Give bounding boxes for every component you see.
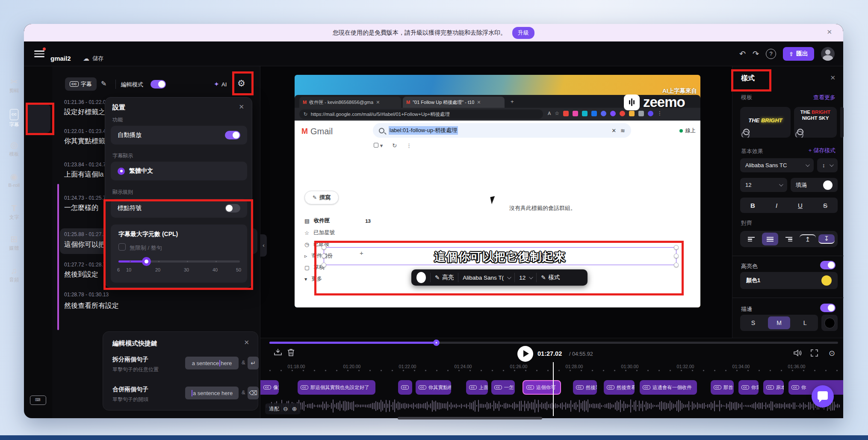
align-center-button[interactable] bbox=[762, 233, 778, 245]
undo-icon[interactable] bbox=[739, 49, 746, 59]
video-subtitle-text[interactable]: 這個你可以把它復制起來 bbox=[324, 249, 676, 265]
fullscreen-icon[interactable] bbox=[811, 349, 818, 358]
template-card-nightsky[interactable]: THE BRIGHT NIGHT SKY bbox=[794, 107, 837, 138]
italic-button[interactable]: I bbox=[776, 202, 777, 209]
shortcuts-close-icon[interactable] bbox=[244, 339, 249, 346]
fit-button[interactable]: 適配 bbox=[269, 405, 279, 413]
sidebar-item-broll[interactable]: B-roll bbox=[1, 172, 27, 188]
menu-icon[interactable] bbox=[34, 50, 44, 57]
font-size-dropdown[interactable]: 12 bbox=[519, 275, 532, 281]
line-height-dropdown[interactable] bbox=[817, 158, 838, 172]
sidebar-item-subtitle[interactable]: CC 字幕 bbox=[1, 108, 27, 128]
subtitle-row-text[interactable]: 一怎麼樣的 bbox=[64, 204, 98, 213]
timeline-block[interactable]: CC像這邊 bbox=[260, 380, 279, 395]
highlight-color-toggle[interactable] bbox=[820, 261, 836, 269]
settings-gear-icon[interactable] bbox=[237, 78, 245, 89]
split-clip-icon[interactable] bbox=[274, 348, 282, 358]
language-radio[interactable] bbox=[118, 168, 125, 175]
subtitle-row-text[interactable]: 設定好標籤之 bbox=[64, 108, 105, 117]
save-style-link[interactable]: 儲存樣式 bbox=[809, 147, 836, 154]
video-preview[interactable]: M 收件匣 - kevin86568656@gma M "01 Follow U… bbox=[295, 75, 700, 307]
stroke-s-button[interactable]: S bbox=[742, 316, 764, 329]
align-right-button[interactable] bbox=[781, 233, 797, 245]
timeline-block[interactable]: CC你需 bbox=[738, 380, 759, 395]
shortcut-name: 合併兩個句子 bbox=[112, 386, 148, 393]
font-size-dropdown[interactable]: 12 bbox=[740, 178, 787, 192]
zoom-in-icon[interactable] bbox=[292, 405, 297, 412]
zoom-out-icon[interactable] bbox=[283, 405, 288, 412]
style-panel-close-icon[interactable] bbox=[830, 74, 836, 82]
color1-swatch[interactable] bbox=[821, 275, 832, 286]
delete-icon[interactable] bbox=[287, 348, 295, 358]
redo-icon[interactable] bbox=[753, 49, 759, 59]
timeline-block[interactable]: CC你其實點標 bbox=[416, 380, 451, 395]
subtitle-row-text[interactable]: 這個你可以把 bbox=[64, 240, 105, 249]
volume-icon[interactable] bbox=[794, 349, 802, 358]
timeline-block[interactable]: CC上面 bbox=[466, 380, 488, 395]
cpl-slider-handle[interactable] bbox=[142, 257, 151, 266]
sidebar-item-template[interactable]: 模板 bbox=[1, 140, 27, 157]
see-more-link[interactable]: 查看更多 bbox=[813, 94, 836, 101]
subtitle-row-text[interactable]: 然後到設定 bbox=[64, 270, 98, 279]
save-button[interactable]: 儲存 bbox=[83, 55, 103, 62]
timeline-scrollbar[interactable] bbox=[398, 417, 542, 419]
timeline-block[interactable]: CC然後到 bbox=[573, 380, 597, 395]
timeline-block[interactable]: CC原本 bbox=[763, 380, 784, 395]
font-dropdown[interactable]: Alibaba Sans T( bbox=[463, 275, 510, 281]
underline-button[interactable]: U bbox=[798, 202, 803, 209]
timeline-block-selected[interactable]: CC這個你可 bbox=[523, 380, 561, 395]
tab-subtitle[interactable]: CC 字幕 bbox=[65, 77, 97, 91]
settings-close-icon[interactable] bbox=[239, 103, 244, 111]
sidebar-item-media[interactable]: 媒體 bbox=[1, 234, 27, 251]
timeline-block[interactable]: CC bbox=[398, 380, 412, 395]
color1-row[interactable]: 顏色1 bbox=[740, 272, 838, 289]
stroke-l-button[interactable]: L bbox=[794, 316, 816, 329]
upgrade-button[interactable]: 升級 bbox=[512, 27, 534, 39]
export-button[interactable]: 匯出 bbox=[783, 47, 814, 61]
banner-close-icon[interactable] bbox=[827, 28, 832, 36]
bold-button[interactable]: B bbox=[750, 202, 755, 209]
strikethrough-button[interactable]: S bbox=[823, 202, 827, 209]
seek-bar-handle[interactable] bbox=[433, 340, 440, 346]
unlimited-checkbox[interactable] bbox=[118, 243, 126, 251]
align-bottom-button[interactable] bbox=[818, 234, 835, 244]
stroke-toggle[interactable] bbox=[820, 304, 836, 312]
stroke-m-button[interactable]: M bbox=[768, 316, 790, 329]
chat-bubble-button[interactable] bbox=[812, 385, 834, 408]
template-card-bright[interactable]: THE BRIGHT bbox=[740, 107, 791, 138]
sidebar-item-text[interactable]: 文字 bbox=[1, 204, 27, 221]
help-icon[interactable]: ? bbox=[766, 49, 776, 59]
stroke-color-swatch[interactable] bbox=[821, 315, 838, 331]
align-top-button[interactable] bbox=[800, 234, 816, 244]
highlight-button[interactable]: 高亮 bbox=[435, 274, 454, 281]
avatar[interactable] bbox=[821, 47, 835, 61]
sidebar-item-clip[interactable]: 剪輯 bbox=[1, 77, 27, 94]
project-title: gmail2 bbox=[50, 55, 71, 62]
fill-control[interactable]: 填滿 bbox=[791, 178, 838, 192]
sidebar-item-audio[interactable]: 音頻 bbox=[1, 266, 27, 283]
timeline-settings-icon[interactable] bbox=[829, 348, 835, 358]
font-family-dropdown[interactable]: Alibaba Sans TC bbox=[740, 158, 814, 172]
style-button[interactable]: 樣式 bbox=[541, 274, 560, 281]
punctuation-toggle[interactable] bbox=[225, 204, 240, 213]
edit-subtitle-icon[interactable] bbox=[101, 80, 106, 88]
autoplay-toggle[interactable] bbox=[225, 131, 240, 139]
timeline-block[interactable]: CC那這個其實我也先設定好了 bbox=[298, 380, 375, 395]
collapse-panel-handle[interactable] bbox=[260, 234, 267, 257]
timeline-block[interactable]: CC那首 bbox=[711, 380, 734, 395]
text-color-swatch[interactable] bbox=[416, 272, 426, 283]
keyboard-shortcuts-icon[interactable]: ⌨ bbox=[30, 396, 46, 405]
edit-mode-toggle[interactable] bbox=[151, 80, 166, 89]
ai-label[interactable]: AI bbox=[221, 81, 227, 88]
subtitle-row-text[interactable]: 上面有這個la bbox=[64, 170, 103, 179]
subtitle-row-text[interactable]: 你其實點標籤 bbox=[64, 137, 105, 146]
fill-color-swatch[interactable] bbox=[823, 180, 833, 190]
language-row[interactable]: 繁體中文 bbox=[111, 162, 247, 180]
timeline-block[interactable]: CC然後查看 bbox=[604, 380, 635, 395]
timeline-block[interactable]: CC這邊會有一個收件 bbox=[640, 380, 697, 395]
play-button[interactable] bbox=[517, 346, 533, 362]
playhead[interactable] bbox=[553, 362, 554, 416]
timeline-block[interactable]: CC一怎 bbox=[491, 380, 515, 395]
subtitle-row-text[interactable]: 然後查看所有設定 bbox=[64, 301, 119, 310]
align-left-button[interactable] bbox=[743, 233, 759, 245]
